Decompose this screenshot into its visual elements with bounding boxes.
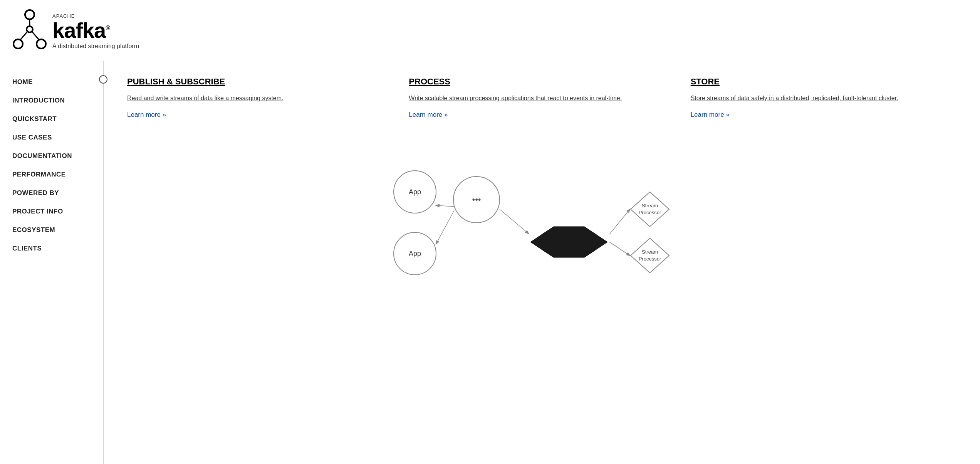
svg-marker-15 — [530, 227, 607, 257]
feature-process: PROCESS Write scalable stream processing… — [409, 77, 690, 119]
sidebar-dot — [99, 75, 107, 84]
kafka-logo-icon — [12, 9, 47, 53]
feature-row: PUBLISH & SUBSCRIBE Read and write strea… — [127, 77, 957, 119]
svg-line-5 — [20, 32, 27, 40]
svg-marker-20 — [631, 238, 669, 273]
learn-more-store[interactable]: Learn more » — [691, 111, 730, 118]
svg-text:Stream: Stream — [642, 249, 658, 255]
feature-desc-store: Store streams of data safely in a distri… — [691, 94, 957, 103]
svg-point-0 — [25, 10, 34, 19]
sidebar-item-use-cases[interactable]: USE CASES — [0, 128, 104, 147]
header: APACHE kafka® A distributed streaming pl… — [0, 0, 980, 61]
kafka-label: kafka® — [52, 20, 139, 41]
diagram-area: App App ••• Stream Processor — [127, 142, 957, 273]
feature-desc-process: Write scalable stream processing applica… — [409, 94, 675, 103]
feature-publish-subscribe: PUBLISH & SUBSCRIBE Read and write strea… — [127, 77, 409, 119]
svg-text:•••: ••• — [472, 195, 481, 204]
feature-store: STORE Store streams of data safely in a … — [691, 77, 957, 119]
tagline: A distributed streaming platform — [52, 43, 139, 50]
svg-line-23 — [609, 209, 630, 234]
main-content: PUBLISH & SUBSCRIBE Read and write strea… — [104, 61, 980, 464]
feature-desc-publish-subscribe: Read and write streams of data like a me… — [127, 94, 393, 103]
svg-line-24 — [609, 242, 630, 256]
svg-line-6 — [32, 32, 39, 40]
svg-marker-17 — [631, 192, 669, 227]
sidebar-item-introduction[interactable]: INTRODUCTION — [0, 91, 104, 110]
feature-title-process: PROCESS — [409, 77, 450, 87]
architecture-diagram: App App ••• Stream Processor — [369, 150, 715, 281]
svg-text:Stream: Stream — [642, 203, 658, 208]
feature-title-publish-subscribe: PUBLISH & SUBSCRIBE — [127, 77, 225, 87]
svg-line-13 — [436, 205, 454, 207]
sidebar-item-documentation[interactable]: DOCUMENTATION — [0, 147, 104, 165]
page-layout: HOME INTRODUCTION QUICKSTART USE CASES D… — [0, 61, 980, 464]
sidebar-item-home[interactable]: HOME — [0, 73, 104, 91]
svg-point-3 — [27, 26, 33, 32]
svg-point-2 — [37, 39, 46, 49]
sidebar-item-performance[interactable]: PERFORMANCE — [0, 165, 104, 184]
sidebar-item-quickstart[interactable]: QUICKSTART — [0, 110, 104, 128]
svg-text:App: App — [409, 188, 421, 196]
learn-more-process[interactable]: Learn more » — [409, 111, 448, 118]
svg-point-1 — [13, 39, 23, 49]
svg-text:Processor: Processor — [639, 210, 661, 215]
sidebar-item-project-info[interactable]: PROJECT INFO — [0, 202, 104, 221]
sidebar-item-clients[interactable]: CLIENTS — [0, 239, 104, 258]
svg-text:Processor: Processor — [639, 256, 661, 262]
sidebar-item-ecosystem[interactable]: ECOSYSTEM — [0, 221, 104, 239]
feature-title-store: STORE — [691, 77, 720, 87]
sidebar-line — [103, 61, 104, 464]
sidebar-item-powered-by[interactable]: POWERED BY — [0, 184, 104, 202]
logo-text: APACHE kafka® A distributed streaming pl… — [52, 13, 139, 50]
learn-more-publish-subscribe[interactable]: Learn more » — [127, 111, 166, 118]
svg-line-14 — [436, 210, 454, 244]
svg-line-16 — [500, 209, 529, 234]
logo-area: APACHE kafka® A distributed streaming pl… — [12, 9, 139, 53]
svg-text:App: App — [409, 250, 421, 257]
sidebar: HOME INTRODUCTION QUICKSTART USE CASES D… — [0, 61, 104, 464]
